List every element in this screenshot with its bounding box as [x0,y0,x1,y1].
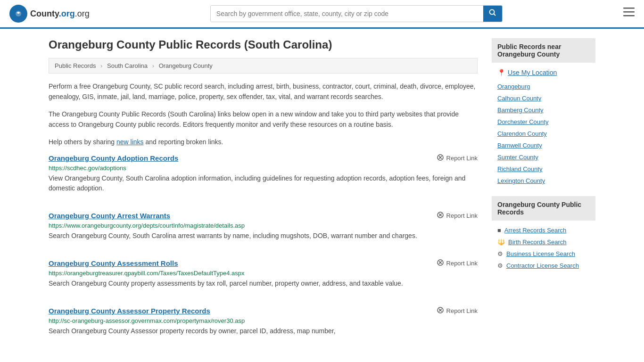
sidebar-record-link[interactable]: Birth Records Search [508,239,567,246]
svg-rect-5 [623,8,635,9]
main-container: Orangeburg County Public Records (South … [39,29,605,362]
sidebar-records: ■ Arrest Records Search 🔱 Birth Records … [492,224,595,272]
svg-rect-6 [623,11,635,13]
page-title: Orangeburg County Public Records (South … [49,38,478,51]
record-url[interactable]: https://www.orangeburgcounty.org/depts/c… [49,222,478,229]
report-link-label: Report Link [446,260,478,267]
location-icon: 📍 [497,69,505,76]
report-link-label: Report Link [446,307,478,314]
sidebar-record-item: ⚙ Business License Search [492,248,595,260]
sidebar-record-icon: ⚙ [497,250,503,257]
site-header: County.org.org [0,0,644,29]
new-links-link[interactable]: new links [116,138,144,146]
sidebar-record-icon: ⚙ [497,262,503,269]
logo[interactable]: County.org.org [9,5,90,23]
report-link-label: Report Link [446,212,478,219]
record-url[interactable]: http://sc-orangeburg-assessor.governmax.… [49,317,478,324]
sidebar-record-link[interactable]: Contractor License Search [506,262,579,269]
sidebar-nearby-link[interactable]: Clarendon County [492,128,595,140]
report-link-label: Report Link [446,155,478,162]
record-url[interactable]: https://scdhec.gov/adoptions [49,165,478,172]
menu-icon[interactable] [623,8,635,20]
report-icon [437,259,444,268]
description-paragraph-2: The Orangeburg County Public Records (So… [49,109,478,130]
record-entry: Orangeburg County Adoption Records Repor… [49,154,478,198]
record-entry: Orangeburg County Assessor Property Reco… [49,306,478,341]
sidebar-record-icon: 🔱 [497,239,505,246]
record-title-row: Orangeburg County Assessor Property Reco… [49,306,478,315]
record-title-row: Orangeburg County Arrest Warrants Report… [49,211,478,220]
sidebar-nearby-link[interactable]: Calhoun County [492,92,595,104]
breadcrumb-link-south-carolina[interactable]: South Carolina [107,62,148,69]
record-title-link[interactable]: Orangeburg County Arrest Warrants [49,212,170,220]
sidebar-nearby-link[interactable]: Richland County [492,163,595,175]
sidebar-nearby-link[interactable]: Sumter County [492,151,595,163]
sidebar-section-2-title: Orangeburg County Public Records [492,196,595,221]
search-input[interactable] [211,6,483,22]
logo-text: County.org.org [30,9,90,19]
record-title-link[interactable]: Orangeburg County Assessment Rolls [49,259,178,267]
report-link[interactable]: Report Link [437,154,478,163]
sidebar-nearby-link[interactable]: Dorchester County [492,116,595,128]
sidebar-nearby-link[interactable]: Barnwell County [492,140,595,151]
svg-point-2 [17,12,19,14]
record-description: Search Orangeburg County Assessor proper… [49,326,478,336]
content-area: Orangeburg County Public Records (South … [49,38,478,354]
use-location[interactable]: 📍 Use My Location [492,66,595,79]
sidebar-section-1-title: Public Records near Orangeburg County [492,38,595,63]
record-description: Search Orangeburg County property assess… [49,279,478,288]
logo-icon [9,5,27,23]
search-box [210,5,503,22]
report-icon [437,306,444,315]
sidebar-nearby-link[interactable]: Bamberg County [492,104,595,116]
sidebar-record-item: ⚙ Contractor License Search [492,260,595,272]
sidebar-record-icon: ■ [497,227,501,234]
sidebar-nearby-link[interactable]: Orangeburg [492,81,595,92]
sidebar-record-item: 🔱 Birth Records Search [492,236,595,248]
report-icon [437,154,444,163]
description-paragraph-1: Perform a free Orangeburg County, SC pub… [49,81,478,102]
sidebar-section-2: Orangeburg County Public Records ■ Arres… [492,196,595,272]
record-entry: Orangeburg County Arrest Warrants Report… [49,211,478,246]
record-title-link[interactable]: Orangeburg County Adoption Records [49,154,178,162]
search-area [210,5,503,22]
record-title-row: Orangeburg County Adoption Records Repor… [49,154,478,163]
use-location-link[interactable]: Use My Location [508,69,557,76]
description-paragraph-3: Help others by sharing new links and rep… [49,137,478,147]
svg-point-3 [489,10,494,15]
svg-line-4 [494,14,495,16]
sidebar-nearby-link[interactable]: Lexington County [492,175,595,187]
record-description: Search Orangeburg County, South Carolina… [49,231,478,241]
breadcrumb-separator-2: › [152,62,154,69]
record-title-row: Orangeburg County Assessment Rolls Repor… [49,259,478,268]
sidebar-record-link[interactable]: Arrest Records Search [504,227,567,234]
sidebar-record-link[interactable]: Business License Search [506,250,575,257]
sidebar-nearby-links: OrangeburgCalhoun CountyBamberg CountyDo… [492,81,595,187]
breadcrumb: Public Records › South Carolina › Orange… [49,58,478,74]
record-url[interactable]: https://orangeburgtreasurer.qpaybill.com… [49,270,478,277]
breadcrumb-link-orangeburg-county[interactable]: Orangeburg County [159,62,213,69]
record-description: View Orangeburg County, South Carolina a… [49,173,478,193]
report-link[interactable]: Report Link [437,306,478,315]
report-icon [437,211,444,220]
record-list: Orangeburg County Adoption Records Repor… [49,154,478,341]
svg-rect-7 [623,15,635,16]
sidebar: Public Records near Orangeburg County 📍 … [492,38,595,354]
report-link[interactable]: Report Link [437,259,478,268]
sidebar-record-item: ■ Arrest Records Search [492,224,595,236]
report-link[interactable]: Report Link [437,211,478,220]
search-button[interactable] [483,6,502,22]
breadcrumb-separator-1: › [100,62,102,69]
breadcrumb-link-public-records[interactable]: Public Records [55,62,96,69]
record-entry: Orangeburg County Assessment Rolls Repor… [49,259,478,293]
record-title-link[interactable]: Orangeburg County Assessor Property Reco… [49,307,210,315]
